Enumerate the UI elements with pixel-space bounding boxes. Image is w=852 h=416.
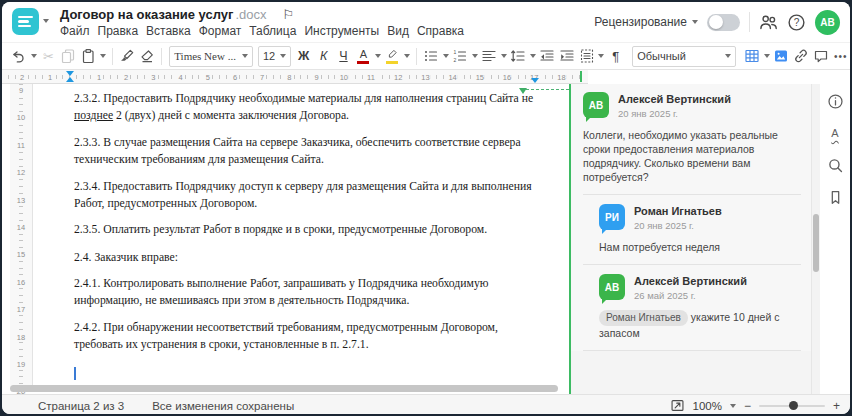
font-family-select[interactable]: Times New ...	[169, 46, 253, 67]
bullet-list-button[interactable]	[422, 46, 441, 67]
undo-dropdown[interactable]	[30, 46, 38, 67]
paragraph[interactable]: 2.3.2. Предоставить Подрядчику необходим…	[74, 90, 544, 124]
help-button[interactable]: ?	[787, 13, 806, 32]
comment-author: Роман Игнатьев	[634, 204, 722, 217]
collaborators-button[interactable]	[759, 13, 778, 32]
paragraph[interactable]: 2.3.3. В случае размещения Сайта на серв…	[74, 134, 544, 168]
highlight-button[interactable]	[383, 46, 402, 67]
logo-dropdown-icon[interactable]	[43, 19, 49, 23]
page-indicator[interactable]: Страница 2 из 3	[38, 400, 124, 412]
fit-width-icon	[670, 398, 685, 413]
document-page[interactable]: 2.3.2. Предоставить Подрядчику необходим…	[74, 90, 544, 385]
comment-reply[interactable]: АВ Алексей Вертинский 26 май 2025 г. Ром…	[571, 274, 811, 350]
comment-reply[interactable]: РИ Роман Игнатьев 20 янв 2025 г. Нам пот…	[571, 204, 811, 264]
menu-item[interactable]: Правка	[94, 24, 143, 38]
increase-indent-button[interactable]	[558, 46, 577, 67]
paragraph-style-select[interactable]: Обычный	[632, 46, 735, 67]
paragraph[interactable]: 2.3.4. Предоставить Подрядчику доступ к …	[74, 178, 544, 212]
numbered-list-dropdown[interactable]	[471, 46, 479, 67]
bold-button[interactable]: Ж	[294, 46, 313, 67]
menu-item[interactable]: Таблица	[245, 24, 300, 38]
image-icon	[773, 48, 789, 64]
chevron-down-icon	[242, 54, 248, 58]
zoom-slider[interactable]	[759, 405, 825, 407]
insert-comment-button[interactable]	[811, 46, 830, 67]
numbered-list-button[interactable]: 1 2	[451, 46, 470, 67]
zoom-value[interactable]: 100%	[693, 400, 722, 412]
paragraph[interactable]: 2.4.2. При обнаружении несоответствий тр…	[74, 319, 544, 353]
line-spacing-dropdown[interactable]	[529, 46, 537, 67]
mention-pill[interactable]: Роман Игнатьев	[599, 310, 688, 326]
font-color-dropdown[interactable]	[374, 46, 382, 67]
flag-icon[interactable]: ⚐	[283, 8, 295, 21]
zoom-dropdown-icon[interactable]	[730, 404, 736, 408]
paragraph-spacing-dropdown[interactable]	[597, 46, 605, 67]
menu-item[interactable]: Вид	[383, 24, 413, 38]
review-mode-button[interactable]: Рецензирование	[594, 15, 698, 29]
zoom-slider-knob[interactable]	[789, 401, 798, 410]
comment-text: Коллеги, необходимо указать реальные сро…	[583, 128, 799, 184]
decrease-indent-button[interactable]	[538, 46, 557, 67]
vertical-ruler[interactable]: 91011121314151617181920	[10, 84, 33, 387]
app-logo[interactable]	[12, 8, 39, 35]
document-title: Договор на оказание услуг.docx ⚐	[60, 7, 294, 22]
insert-table-dropdown[interactable]	[763, 46, 771, 67]
insert-table-button[interactable]	[743, 46, 762, 67]
insert-link-button[interactable]	[792, 46, 811, 67]
font-color-button[interactable]: А	[354, 46, 373, 67]
clear-formatting-button[interactable]	[137, 46, 156, 67]
underline-button[interactable]: Ч	[334, 46, 353, 67]
zoom-in-button[interactable]: +	[833, 400, 840, 412]
search-button[interactable]	[824, 154, 846, 176]
paragraph[interactable]: 2.3.5. Оплатить результат Работ в порядк…	[74, 221, 544, 238]
spellcheck-button[interactable]: А	[824, 122, 846, 144]
comment-avatar: РИ	[599, 204, 625, 230]
menu-item[interactable]: Формат	[195, 24, 246, 38]
user-avatar[interactable]: АВ	[815, 10, 840, 35]
right-indent-marker[interactable]	[531, 78, 539, 83]
font-size-select[interactable]: 12	[258, 46, 291, 67]
paste-button[interactable]	[79, 46, 98, 67]
comment-connector-line	[526, 89, 569, 90]
undo-icon	[11, 48, 27, 64]
document-title-text[interactable]: Договор на оказание услуг	[60, 7, 233, 22]
align-dropdown[interactable]	[500, 46, 508, 67]
paste-dropdown[interactable]	[99, 46, 107, 67]
scrollbar-thumb[interactable]	[813, 214, 819, 272]
menu-item[interactable]: Справка	[413, 24, 468, 38]
chevron-down-icon	[725, 54, 731, 58]
bullet-list-dropdown[interactable]	[442, 46, 450, 67]
highlight-dropdown[interactable]	[403, 46, 411, 67]
first-line-indent-marker[interactable]	[66, 71, 74, 76]
menu-item[interactable]: Инструменты	[300, 24, 383, 38]
zoom-out-button[interactable]: −	[744, 400, 751, 412]
format-painter-button[interactable]	[118, 46, 137, 67]
review-toggle[interactable]	[707, 14, 740, 31]
comment[interactable]: АВ Алексей Вертинский 20 янв 2025 г. Кол…	[571, 92, 811, 194]
left-indent-marker[interactable]	[66, 77, 74, 82]
menu-item[interactable]: Вставка	[142, 24, 195, 38]
bookmarks-button[interactable]	[824, 186, 846, 208]
undo-button[interactable]	[10, 46, 29, 67]
paragraph[interactable]: 2.4.1. Контролировать выполнение Работ, …	[74, 275, 544, 309]
horizontal-ruler[interactable]: 21123456789101112131415161718	[2, 70, 850, 84]
commented-text[interactable]: позднее	[74, 109, 113, 122]
vertical-scrollbar[interactable]	[812, 84, 820, 394]
menu-item[interactable]: Файл	[56, 24, 94, 38]
horizontal-scrollbar[interactable]	[10, 385, 558, 392]
nonprinting-chars-button[interactable]: ¶	[606, 46, 625, 67]
align-button[interactable]	[480, 46, 499, 67]
italic-button[interactable]: К	[314, 46, 333, 67]
insert-image-button[interactable]	[772, 46, 791, 67]
line-spacing-button[interactable]	[509, 46, 528, 67]
paragraph[interactable]: 2.4. Заказчик вправе:	[74, 249, 544, 266]
ruler-number: 16	[16, 278, 26, 287]
comment-thread[interactable]: АВ Алексей Вертинский 20 янв 2025 г. Кол…	[571, 84, 811, 351]
fit-width-button[interactable]	[670, 398, 685, 413]
document-info-button[interactable]	[824, 90, 846, 112]
more-tools-button[interactable]: •••	[831, 46, 850, 67]
copy-button[interactable]	[59, 46, 78, 67]
ruler-number: 1	[96, 73, 102, 82]
paragraph-spacing-button[interactable]	[577, 46, 596, 67]
cut-button[interactable]: ✂	[39, 46, 58, 67]
